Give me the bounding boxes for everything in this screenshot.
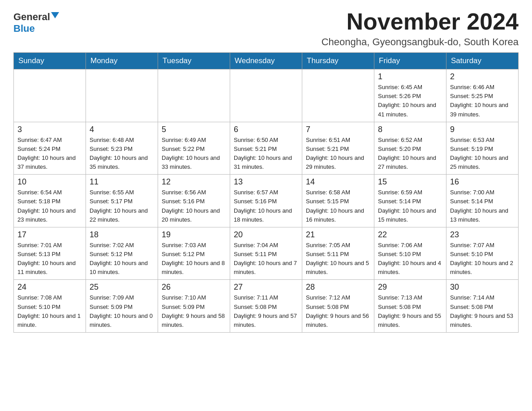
day-number: 29	[378, 283, 442, 292]
day-number: 13	[234, 177, 298, 187]
day-cell: 22Sunrise: 7:06 AM Sunset: 5:10 PM Dayli…	[374, 227, 446, 280]
day-number: 2	[450, 72, 515, 81]
header-row: SundayMondayTuesdayWednesdayThursdayFrid…	[14, 53, 519, 69]
day-cell: 4Sunrise: 6:48 AM Sunset: 5:23 PM Daylig…	[86, 122, 158, 175]
day-cell: 11Sunrise: 6:55 AM Sunset: 5:17 PM Dayli…	[86, 175, 158, 227]
day-info: Sunrise: 7:02 AM Sunset: 5:12 PM Dayligh…	[90, 241, 154, 277]
day-cell: 16Sunrise: 7:00 AM Sunset: 5:14 PM Dayli…	[446, 175, 519, 227]
header-cell-saturday: Saturday	[446, 53, 519, 69]
day-info: Sunrise: 7:13 AM Sunset: 5:08 PM Dayligh…	[378, 293, 442, 330]
day-number: 28	[306, 283, 370, 292]
day-number: 7	[306, 125, 370, 134]
calendar-body: 1Sunrise: 6:45 AM Sunset: 5:26 PM Daylig…	[14, 69, 519, 333]
day-cell: 1Sunrise: 6:45 AM Sunset: 5:26 PM Daylig…	[374, 69, 446, 122]
day-cell: 3Sunrise: 6:47 AM Sunset: 5:24 PM Daylig…	[14, 122, 86, 175]
day-info: Sunrise: 6:52 AM Sunset: 5:20 PM Dayligh…	[378, 136, 442, 172]
day-cell: 20Sunrise: 7:04 AM Sunset: 5:11 PM Dayli…	[230, 227, 302, 280]
day-cell: 17Sunrise: 7:01 AM Sunset: 5:13 PM Dayli…	[14, 227, 86, 280]
day-cell: 5Sunrise: 6:49 AM Sunset: 5:22 PM Daylig…	[158, 122, 230, 175]
week-row-5: 24Sunrise: 7:08 AM Sunset: 5:10 PM Dayli…	[14, 280, 519, 333]
location-subtitle: Cheongha, Gyeongsangbuk-do, South Korea	[322, 36, 519, 48]
day-number: 12	[162, 177, 226, 187]
day-info: Sunrise: 7:04 AM Sunset: 5:11 PM Dayligh…	[234, 241, 298, 277]
day-info: Sunrise: 7:12 AM Sunset: 5:08 PM Dayligh…	[306, 293, 370, 330]
day-info: Sunrise: 7:06 AM Sunset: 5:10 PM Dayligh…	[378, 241, 442, 277]
day-info: Sunrise: 7:08 AM Sunset: 5:10 PM Dayligh…	[17, 293, 82, 330]
week-row-4: 17Sunrise: 7:01 AM Sunset: 5:13 PM Dayli…	[14, 227, 519, 280]
day-cell: 18Sunrise: 7:02 AM Sunset: 5:12 PM Dayli…	[86, 227, 158, 280]
header-cell-sunday: Sunday	[14, 53, 86, 69]
day-cell: 14Sunrise: 6:58 AM Sunset: 5:15 PM Dayli…	[302, 175, 374, 227]
day-number: 8	[378, 125, 442, 134]
day-number: 6	[234, 125, 298, 134]
day-number: 21	[306, 230, 370, 240]
day-cell: 13Sunrise: 6:57 AM Sunset: 5:16 PM Dayli…	[230, 175, 302, 227]
day-info: Sunrise: 6:48 AM Sunset: 5:23 PM Dayligh…	[90, 136, 154, 172]
day-cell: 15Sunrise: 6:59 AM Sunset: 5:14 PM Dayli…	[374, 175, 446, 227]
day-number: 16	[450, 177, 515, 187]
day-number: 5	[162, 125, 226, 134]
day-cell: 8Sunrise: 6:52 AM Sunset: 5:20 PM Daylig…	[374, 122, 446, 175]
day-info: Sunrise: 6:54 AM Sunset: 5:18 PM Dayligh…	[17, 188, 82, 224]
day-cell: 7Sunrise: 6:51 AM Sunset: 5:21 PM Daylig…	[302, 122, 374, 175]
header-cell-friday: Friday	[374, 53, 446, 69]
day-cell	[302, 69, 374, 122]
logo-blue-text: Blue	[13, 23, 35, 34]
day-cell: 6Sunrise: 6:50 AM Sunset: 5:21 PM Daylig…	[230, 122, 302, 175]
day-cell: 10Sunrise: 6:54 AM Sunset: 5:18 PM Dayli…	[14, 175, 86, 227]
day-number: 10	[17, 177, 82, 187]
day-cell: 23Sunrise: 7:07 AM Sunset: 5:10 PM Dayli…	[446, 227, 519, 280]
day-number: 14	[306, 177, 370, 187]
day-number: 23	[450, 230, 515, 240]
day-number: 25	[90, 283, 154, 292]
day-number: 19	[162, 230, 226, 240]
calendar-header: SundayMondayTuesdayWednesdayThursdayFrid…	[14, 53, 519, 69]
day-info: Sunrise: 6:45 AM Sunset: 5:26 PM Dayligh…	[378, 83, 442, 119]
day-cell	[230, 69, 302, 122]
header-cell-monday: Monday	[86, 53, 158, 69]
day-cell: 25Sunrise: 7:09 AM Sunset: 5:09 PM Dayli…	[86, 280, 158, 333]
day-number: 20	[234, 230, 298, 240]
calendar-table: SundayMondayTuesdayWednesdayThursdayFrid…	[13, 52, 519, 333]
day-info: Sunrise: 6:49 AM Sunset: 5:22 PM Dayligh…	[162, 136, 226, 172]
header-cell-wednesday: Wednesday	[230, 53, 302, 69]
day-info: Sunrise: 7:11 AM Sunset: 5:08 PM Dayligh…	[234, 293, 298, 330]
week-row-2: 3Sunrise: 6:47 AM Sunset: 5:24 PM Daylig…	[14, 122, 519, 175]
day-cell: 9Sunrise: 6:53 AM Sunset: 5:19 PM Daylig…	[446, 122, 519, 175]
day-info: Sunrise: 7:01 AM Sunset: 5:13 PM Dayligh…	[17, 241, 82, 277]
title-area: November 2024 Cheongha, Gyeongsangbuk-do…	[322, 9, 519, 48]
header-cell-tuesday: Tuesday	[158, 53, 230, 69]
day-cell: 30Sunrise: 7:14 AM Sunset: 5:08 PM Dayli…	[446, 280, 519, 333]
header: General Blue November 2024 Cheongha, Gye…	[13, 9, 519, 48]
day-cell: 29Sunrise: 7:13 AM Sunset: 5:08 PM Dayli…	[374, 280, 446, 333]
day-info: Sunrise: 6:55 AM Sunset: 5:17 PM Dayligh…	[90, 188, 154, 224]
day-number: 1	[378, 72, 442, 81]
logo-triangle-icon	[51, 12, 59, 18]
day-info: Sunrise: 7:03 AM Sunset: 5:12 PM Dayligh…	[162, 241, 226, 277]
day-info: Sunrise: 7:07 AM Sunset: 5:10 PM Dayligh…	[450, 241, 515, 277]
day-cell: 28Sunrise: 7:12 AM Sunset: 5:08 PM Dayli…	[302, 280, 374, 333]
day-number: 9	[450, 125, 515, 134]
day-cell: 19Sunrise: 7:03 AM Sunset: 5:12 PM Dayli…	[158, 227, 230, 280]
logo-general-text: General	[13, 11, 50, 23]
day-info: Sunrise: 6:51 AM Sunset: 5:21 PM Dayligh…	[306, 136, 370, 172]
day-info: Sunrise: 6:47 AM Sunset: 5:24 PM Dayligh…	[17, 136, 82, 172]
day-number: 18	[90, 230, 154, 240]
day-number: 24	[17, 283, 82, 292]
day-number: 11	[90, 177, 154, 187]
day-info: Sunrise: 7:05 AM Sunset: 5:11 PM Dayligh…	[306, 241, 370, 277]
day-info: Sunrise: 7:14 AM Sunset: 5:08 PM Dayligh…	[450, 293, 515, 330]
day-info: Sunrise: 7:10 AM Sunset: 5:09 PM Dayligh…	[162, 293, 226, 330]
day-info: Sunrise: 7:09 AM Sunset: 5:09 PM Dayligh…	[90, 293, 154, 330]
day-info: Sunrise: 6:50 AM Sunset: 5:21 PM Dayligh…	[234, 136, 298, 172]
day-cell	[14, 69, 86, 122]
week-row-3: 10Sunrise: 6:54 AM Sunset: 5:18 PM Dayli…	[14, 175, 519, 227]
week-row-1: 1Sunrise: 6:45 AM Sunset: 5:26 PM Daylig…	[14, 69, 519, 122]
day-number: 26	[162, 283, 226, 292]
logo: General Blue	[13, 9, 59, 34]
day-number: 3	[17, 125, 82, 134]
day-info: Sunrise: 6:56 AM Sunset: 5:16 PM Dayligh…	[162, 188, 226, 224]
day-cell: 27Sunrise: 7:11 AM Sunset: 5:08 PM Dayli…	[230, 280, 302, 333]
day-cell: 2Sunrise: 6:46 AM Sunset: 5:25 PM Daylig…	[446, 69, 519, 122]
day-info: Sunrise: 6:58 AM Sunset: 5:15 PM Dayligh…	[306, 188, 370, 224]
